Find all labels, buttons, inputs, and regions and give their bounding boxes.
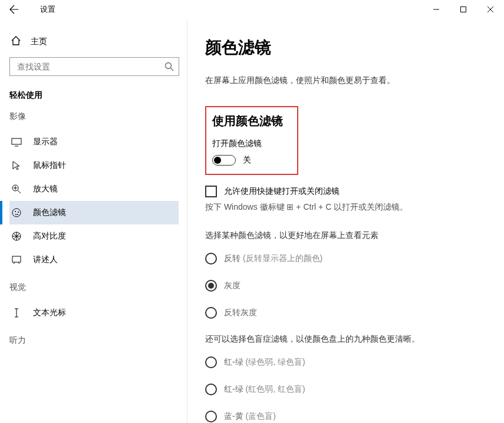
home-nav[interactable]: 主页 <box>9 31 187 57</box>
hotkey-checkbox[interactable] <box>205 186 217 197</box>
section-title: 轻松使用 <box>9 90 187 101</box>
color-filter-icon <box>11 207 22 218</box>
radio-cb-red[interactable]: 红-绿 (红色弱, 红色盲) <box>205 384 492 395</box>
radio-label: 反转 <box>224 253 241 263</box>
radio-button[interactable] <box>205 411 217 422</box>
radio-label: 红-绿 <box>224 384 243 394</box>
svg-line-3 <box>171 68 174 71</box>
svg-rect-20 <box>12 256 21 262</box>
radio-paren: (反转显示器上的颜色) <box>243 253 322 263</box>
text-cursor-icon <box>11 308 22 318</box>
svg-point-11 <box>15 211 16 212</box>
use-filter-title: 使用颜色滤镜 <box>212 113 290 129</box>
arrow-left-icon <box>9 5 19 14</box>
magnifier-icon <box>11 184 22 194</box>
toggle-label: 打开颜色滤镜 <box>212 138 290 149</box>
toggle-row: 关 <box>212 155 290 166</box>
radio-invert[interactable]: 反转 (反转显示器上的颜色) <box>205 253 492 265</box>
nav-label: 讲述人 <box>33 255 58 265</box>
nav-label: 放大镜 <box>33 184 58 194</box>
category-video: 影像 <box>9 111 187 122</box>
hotkey-checkbox-label: 允许使用快捷键打开或关闭滤镜 <box>224 186 340 197</box>
back-button[interactable] <box>5 0 24 19</box>
contrast-icon <box>11 231 22 242</box>
radio-invert-grayscale[interactable]: 反转灰度 <box>205 307 492 319</box>
page-description: 在屏幕上应用颜色滤镜，使照片和颜色更易于查看。 <box>205 75 492 86</box>
nav-label: 文本光标 <box>33 308 66 318</box>
nav-label: 鼠标指针 <box>33 160 66 171</box>
hotkey-row: 允许使用快捷键打开或关闭滤镜 <box>205 186 492 197</box>
home-icon <box>11 35 21 48</box>
cursor-icon <box>11 160 22 171</box>
radio-label: 蓝-黄 <box>224 411 243 421</box>
titlebar: 设置 <box>0 0 504 19</box>
toggle-state: 关 <box>243 155 251 166</box>
radio-button[interactable] <box>205 253 217 265</box>
nav-high-contrast[interactable]: 高对比度 <box>9 224 179 248</box>
svg-point-12 <box>18 212 19 213</box>
main-panel: 颜色滤镜 在屏幕上应用颜色滤镜，使照片和颜色更易于查看。 使用颜色滤镜 打开颜色… <box>187 19 504 423</box>
nav-text-cursor[interactable]: 文本光标 <box>9 301 179 325</box>
content: 主页 轻松使用 影像 显示器 鼠标指针 放大镜 颜色滤镜 高对比度 <box>0 19 504 423</box>
nav-label: 颜色滤镜 <box>33 207 66 218</box>
maximize-button[interactable] <box>450 0 477 19</box>
close-button[interactable] <box>477 0 504 19</box>
filter-section-desc: 选择某种颜色滤镜，以更好地在屏幕上查看元素 <box>205 230 492 241</box>
nav-narrator[interactable]: 讲述人 <box>9 248 179 272</box>
radio-button[interactable] <box>205 280 217 292</box>
radio-label: 红-绿 <box>224 357 243 366</box>
minimize-icon <box>433 6 439 12</box>
color-filter-toggle[interactable] <box>212 155 236 166</box>
close-icon <box>487 6 493 12</box>
nav-display[interactable]: 显示器 <box>9 130 179 154</box>
radio-button[interactable] <box>205 384 217 395</box>
nav-label: 显示器 <box>33 137 58 147</box>
maximize-icon <box>460 6 466 12</box>
search-input[interactable] <box>17 62 164 71</box>
radio-label: 灰度 <box>224 280 241 291</box>
radio-grayscale[interactable]: 灰度 <box>205 280 492 292</box>
monitor-icon <box>11 137 22 147</box>
home-label: 主页 <box>31 37 47 47</box>
svg-rect-1 <box>461 7 466 12</box>
highlight-box: 使用颜色滤镜 打开颜色滤镜 关 <box>205 106 298 175</box>
sidebar: 主页 轻松使用 影像 显示器 鼠标指针 放大镜 颜色滤镜 高对比度 <box>0 19 187 423</box>
search-box[interactable] <box>9 57 179 76</box>
radio-cb-blue[interactable]: 蓝-黄 (蓝色盲) <box>205 411 492 422</box>
svg-point-10 <box>12 209 21 217</box>
page-title: 颜色滤镜 <box>205 37 492 59</box>
radio-paren: (蓝色盲) <box>246 411 276 421</box>
svg-rect-4 <box>12 138 21 144</box>
radio-cb-green[interactable]: 红-绿 (绿色弱, 绿色盲) <box>205 356 492 368</box>
narrator-icon <box>11 255 22 265</box>
window-controls <box>423 0 504 19</box>
radio-paren: (红色弱, 红色盲) <box>246 384 305 394</box>
radio-paren: (绿色弱, 绿色盲) <box>246 357 305 366</box>
svg-point-13 <box>15 214 17 215</box>
radio-label: 反转灰度 <box>224 308 257 318</box>
category-vision: 视觉 <box>9 282 187 293</box>
window-title: 设置 <box>40 4 55 15</box>
svg-point-2 <box>166 63 172 69</box>
nav-color-filters[interactable]: 颜色滤镜 <box>9 201 179 224</box>
hotkey-hint: 按下 Windows 徽标键 ⊞ + Ctrl + C 以打开或关闭滤镜。 <box>205 202 492 213</box>
nav-magnifier[interactable]: 放大镜 <box>9 177 179 201</box>
radio-button[interactable] <box>205 356 217 368</box>
search-icon <box>164 62 174 71</box>
svg-point-14 <box>17 214 18 215</box>
nav-label: 高对比度 <box>33 231 66 242</box>
colorblind-desc: 还可以选择色盲症滤镜，以使颜色盘上的九种颜色更清晰。 <box>205 334 492 345</box>
minimize-button[interactable] <box>423 0 450 19</box>
nav-mouse-pointer[interactable]: 鼠标指针 <box>9 154 179 177</box>
category-hearing: 听力 <box>9 335 187 346</box>
svg-line-7 <box>18 190 21 193</box>
radio-button[interactable] <box>205 307 217 319</box>
